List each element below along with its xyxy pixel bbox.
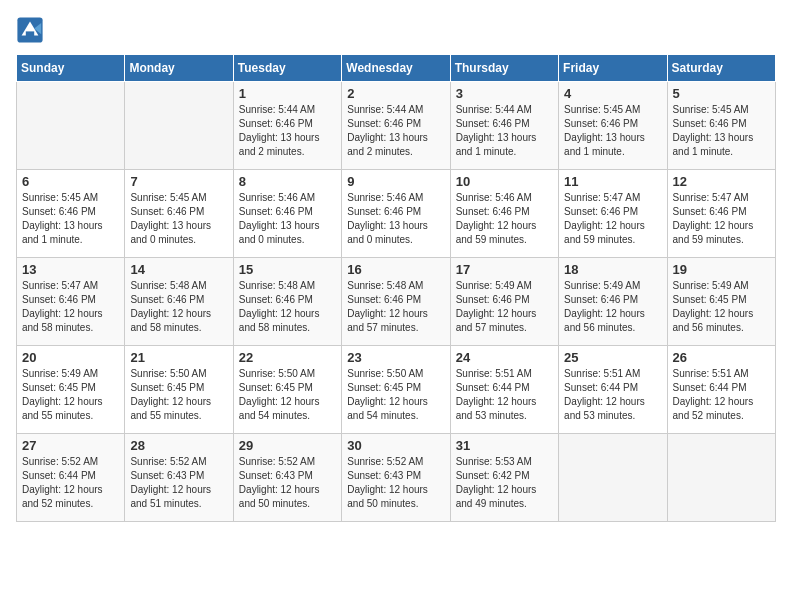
day-cell: 19Sunrise: 5:49 AM Sunset: 6:45 PM Dayli… — [667, 258, 775, 346]
day-cell: 29Sunrise: 5:52 AM Sunset: 6:43 PM Dayli… — [233, 434, 341, 522]
calendar-body: 1Sunrise: 5:44 AM Sunset: 6:46 PM Daylig… — [17, 82, 776, 522]
day-info: Sunrise: 5:51 AM Sunset: 6:44 PM Dayligh… — [564, 367, 661, 423]
day-cell: 25Sunrise: 5:51 AM Sunset: 6:44 PM Dayli… — [559, 346, 667, 434]
day-cell: 13Sunrise: 5:47 AM Sunset: 6:46 PM Dayli… — [17, 258, 125, 346]
day-info: Sunrise: 5:52 AM Sunset: 6:43 PM Dayligh… — [347, 455, 444, 511]
day-cell: 15Sunrise: 5:48 AM Sunset: 6:46 PM Dayli… — [233, 258, 341, 346]
day-number: 6 — [22, 174, 119, 189]
day-cell: 21Sunrise: 5:50 AM Sunset: 6:45 PM Dayli… — [125, 346, 233, 434]
day-number: 27 — [22, 438, 119, 453]
day-number: 18 — [564, 262, 661, 277]
day-cell: 27Sunrise: 5:52 AM Sunset: 6:44 PM Dayli… — [17, 434, 125, 522]
day-header-friday: Friday — [559, 55, 667, 82]
day-cell: 2Sunrise: 5:44 AM Sunset: 6:46 PM Daylig… — [342, 82, 450, 170]
day-info: Sunrise: 5:50 AM Sunset: 6:45 PM Dayligh… — [347, 367, 444, 423]
day-info: Sunrise: 5:45 AM Sunset: 6:46 PM Dayligh… — [564, 103, 661, 159]
day-info: Sunrise: 5:45 AM Sunset: 6:46 PM Dayligh… — [130, 191, 227, 247]
day-cell — [667, 434, 775, 522]
day-cell: 18Sunrise: 5:49 AM Sunset: 6:46 PM Dayli… — [559, 258, 667, 346]
day-cell: 26Sunrise: 5:51 AM Sunset: 6:44 PM Dayli… — [667, 346, 775, 434]
day-cell: 16Sunrise: 5:48 AM Sunset: 6:46 PM Dayli… — [342, 258, 450, 346]
day-number: 11 — [564, 174, 661, 189]
day-number: 20 — [22, 350, 119, 365]
day-header-sunday: Sunday — [17, 55, 125, 82]
day-number: 5 — [673, 86, 770, 101]
day-info: Sunrise: 5:52 AM Sunset: 6:43 PM Dayligh… — [239, 455, 336, 511]
day-header-thursday: Thursday — [450, 55, 558, 82]
day-info: Sunrise: 5:45 AM Sunset: 6:46 PM Dayligh… — [22, 191, 119, 247]
logo-icon — [16, 16, 44, 44]
calendar-table: SundayMondayTuesdayWednesdayThursdayFrid… — [16, 54, 776, 522]
day-cell: 4Sunrise: 5:45 AM Sunset: 6:46 PM Daylig… — [559, 82, 667, 170]
day-number: 2 — [347, 86, 444, 101]
day-number: 9 — [347, 174, 444, 189]
day-number: 12 — [673, 174, 770, 189]
day-cell: 12Sunrise: 5:47 AM Sunset: 6:46 PM Dayli… — [667, 170, 775, 258]
day-number: 4 — [564, 86, 661, 101]
day-number: 16 — [347, 262, 444, 277]
svg-rect-2 — [26, 31, 34, 37]
day-info: Sunrise: 5:46 AM Sunset: 6:46 PM Dayligh… — [347, 191, 444, 247]
day-info: Sunrise: 5:51 AM Sunset: 6:44 PM Dayligh… — [673, 367, 770, 423]
day-number: 30 — [347, 438, 444, 453]
day-info: Sunrise: 5:46 AM Sunset: 6:46 PM Dayligh… — [239, 191, 336, 247]
week-row-1: 6Sunrise: 5:45 AM Sunset: 6:46 PM Daylig… — [17, 170, 776, 258]
day-info: Sunrise: 5:45 AM Sunset: 6:46 PM Dayligh… — [673, 103, 770, 159]
day-info: Sunrise: 5:50 AM Sunset: 6:45 PM Dayligh… — [130, 367, 227, 423]
day-info: Sunrise: 5:44 AM Sunset: 6:46 PM Dayligh… — [456, 103, 553, 159]
day-number: 29 — [239, 438, 336, 453]
day-info: Sunrise: 5:48 AM Sunset: 6:46 PM Dayligh… — [130, 279, 227, 335]
day-info: Sunrise: 5:47 AM Sunset: 6:46 PM Dayligh… — [673, 191, 770, 247]
day-number: 26 — [673, 350, 770, 365]
day-cell: 11Sunrise: 5:47 AM Sunset: 6:46 PM Dayli… — [559, 170, 667, 258]
day-cell — [559, 434, 667, 522]
day-number: 25 — [564, 350, 661, 365]
day-cell: 3Sunrise: 5:44 AM Sunset: 6:46 PM Daylig… — [450, 82, 558, 170]
day-number: 14 — [130, 262, 227, 277]
day-info: Sunrise: 5:48 AM Sunset: 6:46 PM Dayligh… — [347, 279, 444, 335]
day-number: 23 — [347, 350, 444, 365]
week-row-0: 1Sunrise: 5:44 AM Sunset: 6:46 PM Daylig… — [17, 82, 776, 170]
day-info: Sunrise: 5:49 AM Sunset: 6:45 PM Dayligh… — [673, 279, 770, 335]
day-number: 21 — [130, 350, 227, 365]
logo — [16, 16, 48, 44]
day-cell: 5Sunrise: 5:45 AM Sunset: 6:46 PM Daylig… — [667, 82, 775, 170]
day-cell: 30Sunrise: 5:52 AM Sunset: 6:43 PM Dayli… — [342, 434, 450, 522]
day-info: Sunrise: 5:51 AM Sunset: 6:44 PM Dayligh… — [456, 367, 553, 423]
day-header-saturday: Saturday — [667, 55, 775, 82]
day-info: Sunrise: 5:47 AM Sunset: 6:46 PM Dayligh… — [22, 279, 119, 335]
day-cell: 22Sunrise: 5:50 AM Sunset: 6:45 PM Dayli… — [233, 346, 341, 434]
day-number: 7 — [130, 174, 227, 189]
day-number: 3 — [456, 86, 553, 101]
day-cell: 6Sunrise: 5:45 AM Sunset: 6:46 PM Daylig… — [17, 170, 125, 258]
day-cell: 10Sunrise: 5:46 AM Sunset: 6:46 PM Dayli… — [450, 170, 558, 258]
day-cell: 8Sunrise: 5:46 AM Sunset: 6:46 PM Daylig… — [233, 170, 341, 258]
day-info: Sunrise: 5:53 AM Sunset: 6:42 PM Dayligh… — [456, 455, 553, 511]
day-number: 28 — [130, 438, 227, 453]
day-info: Sunrise: 5:49 AM Sunset: 6:46 PM Dayligh… — [564, 279, 661, 335]
day-info: Sunrise: 5:49 AM Sunset: 6:45 PM Dayligh… — [22, 367, 119, 423]
day-info: Sunrise: 5:47 AM Sunset: 6:46 PM Dayligh… — [564, 191, 661, 247]
day-number: 24 — [456, 350, 553, 365]
day-number: 8 — [239, 174, 336, 189]
day-cell: 14Sunrise: 5:48 AM Sunset: 6:46 PM Dayli… — [125, 258, 233, 346]
page-header — [16, 16, 776, 44]
day-header-monday: Monday — [125, 55, 233, 82]
day-cell: 31Sunrise: 5:53 AM Sunset: 6:42 PM Dayli… — [450, 434, 558, 522]
day-info: Sunrise: 5:52 AM Sunset: 6:43 PM Dayligh… — [130, 455, 227, 511]
day-cell: 20Sunrise: 5:49 AM Sunset: 6:45 PM Dayli… — [17, 346, 125, 434]
day-header-tuesday: Tuesday — [233, 55, 341, 82]
day-number: 31 — [456, 438, 553, 453]
day-info: Sunrise: 5:49 AM Sunset: 6:46 PM Dayligh… — [456, 279, 553, 335]
day-number: 15 — [239, 262, 336, 277]
day-cell — [125, 82, 233, 170]
day-cell: 9Sunrise: 5:46 AM Sunset: 6:46 PM Daylig… — [342, 170, 450, 258]
day-headers-row: SundayMondayTuesdayWednesdayThursdayFrid… — [17, 55, 776, 82]
day-info: Sunrise: 5:50 AM Sunset: 6:45 PM Dayligh… — [239, 367, 336, 423]
day-number: 19 — [673, 262, 770, 277]
day-cell: 17Sunrise: 5:49 AM Sunset: 6:46 PM Dayli… — [450, 258, 558, 346]
calendar-header: SundayMondayTuesdayWednesdayThursdayFrid… — [17, 55, 776, 82]
week-row-2: 13Sunrise: 5:47 AM Sunset: 6:46 PM Dayli… — [17, 258, 776, 346]
day-header-wednesday: Wednesday — [342, 55, 450, 82]
day-number: 13 — [22, 262, 119, 277]
